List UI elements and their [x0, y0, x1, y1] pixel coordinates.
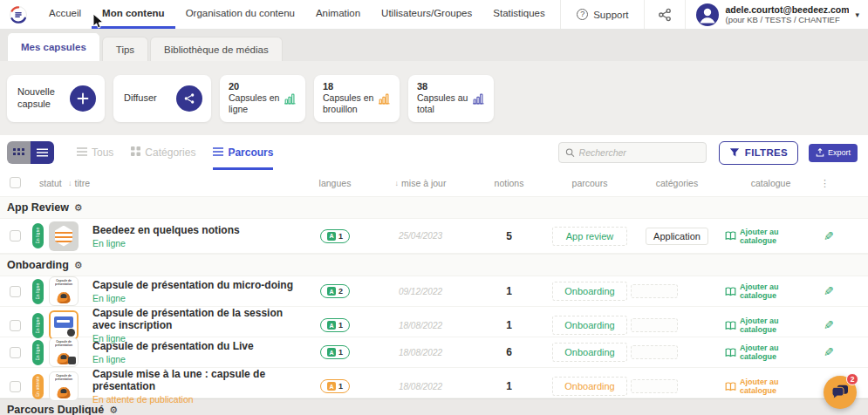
- capsule-thumbnail[interactable]: Capsule de présentation: [49, 337, 79, 367]
- parcours-badge[interactable]: Onboarding: [552, 282, 627, 301]
- capsule-title[interactable]: Capsule mise à la une : capsule de prése…: [92, 368, 297, 392]
- nav-item-organisation-du-contenu[interactable]: Organisation du contenu: [175, 0, 305, 29]
- org-share-icon[interactable]: [645, 0, 686, 29]
- edit-pencil-icon[interactable]: ✎: [824, 345, 834, 359]
- col-statut[interactable]: statut: [26, 178, 68, 188]
- edit-pencil-icon[interactable]: ✎: [824, 229, 834, 243]
- row-checkbox[interactable]: [10, 320, 21, 331]
- filter-tab-tous[interactable]: Tous: [77, 135, 113, 170]
- filter-tab-categories[interactable]: Catégories: [131, 135, 195, 170]
- col-langues[interactable]: langues: [297, 178, 373, 188]
- capsule-thumbnail[interactable]: Capsule de présentation: [49, 276, 79, 306]
- category-empty-box[interactable]: [631, 318, 678, 332]
- list-view-button[interactable]: [31, 141, 54, 164]
- stat-label: Capsules en ligne: [229, 92, 283, 115]
- table-row[interactable]: En ligne Capsule de présentation Capsule…: [0, 276, 868, 307]
- col-parcours[interactable]: parcours: [550, 178, 629, 188]
- category-empty-box[interactable]: [631, 284, 678, 298]
- capsule-title[interactable]: Capsule de présentation du micro-doing: [92, 279, 293, 291]
- col-titre[interactable]: ↓titre: [68, 178, 297, 188]
- add-to-catalog-button[interactable]: Ajouter au catalogue: [725, 378, 817, 395]
- translate-icon: A: [327, 287, 336, 296]
- parcours-badge[interactable]: Onboarding: [552, 343, 627, 362]
- capsule-title[interactable]: Beedeez en quelques notions: [92, 224, 240, 236]
- row-checkbox[interactable]: [10, 230, 21, 242]
- col-mise-a-jour[interactable]: ↓mise à jour: [373, 178, 468, 188]
- nav-item-animation[interactable]: Animation: [305, 0, 371, 29]
- thumbnail-caption: Capsule de présentation: [50, 340, 78, 347]
- row-checkbox[interactable]: [10, 347, 21, 358]
- languages-count: 1: [338, 382, 343, 391]
- add-to-catalog-button[interactable]: Ajouter au catalogue: [725, 228, 817, 245]
- filters-button[interactable]: FILTRES: [719, 141, 798, 165]
- table-row[interactable]: En ligne Beedeez en quelques notions En …: [0, 219, 868, 254]
- nouvelle-capsule-card[interactable]: Nouvelle capsule: [7, 75, 105, 122]
- table-row[interactable]: En attente Capsule de présentation Capsu…: [0, 368, 868, 398]
- capsule-thumbnail[interactable]: Capsule de présentation: [49, 371, 79, 401]
- support-button[interactable]: ? Support: [560, 0, 645, 29]
- parcours-badge[interactable]: Onboarding: [552, 316, 627, 335]
- add-to-catalog-button[interactable]: Ajouter au catalogue: [725, 316, 817, 334]
- gear-icon[interactable]: ⚙: [74, 260, 83, 271]
- diffuser-card[interactable]: Diffuser: [113, 75, 211, 122]
- category-empty-box[interactable]: [631, 379, 678, 393]
- tab-bibliotheque-de-medias[interactable]: Bibliothèque de médias: [150, 37, 283, 61]
- row-checkbox[interactable]: [10, 286, 21, 297]
- nav-item-utilisateurs-groupes[interactable]: Utilisateurs/Groupes: [371, 0, 482, 29]
- languages-badge[interactable]: A 1: [320, 379, 350, 393]
- category-empty-box[interactable]: [631, 345, 678, 359]
- user-menu[interactable]: adele.courtot@beedeez.com (pour KB / TES…: [686, 0, 868, 29]
- tab-mes-capsules[interactable]: Mes capsules: [7, 32, 100, 61]
- export-button[interactable]: Export: [809, 144, 858, 162]
- col-catalogue[interactable]: catalogue: [725, 178, 817, 188]
- status-pill-label: En attente: [36, 376, 40, 397]
- column-options-icon[interactable]: ⋮: [817, 178, 868, 189]
- list-toolbar: Tous Catégories Parcours FILTRES Export: [0, 135, 868, 170]
- capsule-title[interactable]: Capsule de présentation de la session av…: [92, 307, 297, 331]
- languages-badge[interactable]: A 1: [320, 345, 350, 359]
- add-to-catalog-button[interactable]: Ajouter au catalogue: [725, 344, 817, 361]
- parcours-badge[interactable]: App review: [552, 227, 627, 246]
- stat-card-capsules-au-total[interactable]: 38 Capsules au total: [408, 75, 494, 122]
- capsule-status: En ligne: [92, 354, 126, 364]
- grid-view-button[interactable]: [7, 141, 31, 164]
- add-to-catalog-button[interactable]: Ajouter au catalogue: [725, 282, 817, 300]
- table-row[interactable]: En ligne Capsule de présentation de la s…: [0, 307, 868, 337]
- capsule-thumbnail[interactable]: [49, 221, 79, 251]
- nav-item-statistiques[interactable]: Statistiques: [482, 0, 555, 29]
- beedeez-logo[interactable]: [9, 0, 28, 29]
- status-pill-label: En ligne: [36, 283, 40, 300]
- tab-tips[interactable]: Tips: [102, 37, 148, 61]
- search-input[interactable]: [579, 147, 700, 158]
- col-notions[interactable]: notions: [468, 178, 550, 188]
- languages-count: 1: [338, 321, 343, 330]
- grid-icon: [13, 148, 24, 157]
- edit-pencil-icon[interactable]: ✎: [824, 318, 834, 332]
- nav-item-mon-contenu[interactable]: Mon contenu: [92, 0, 175, 29]
- table-row[interactable]: En ligne Capsule de présentation Capsule…: [0, 337, 868, 368]
- nav-item-accueil[interactable]: Accueil: [38, 0, 92, 29]
- chevron-down-icon: ▾: [855, 10, 859, 19]
- gear-icon[interactable]: ⚙: [74, 202, 83, 214]
- languages-badge[interactable]: A 1: [320, 318, 350, 332]
- languages-badge[interactable]: A 1: [320, 229, 350, 243]
- row-checkbox[interactable]: [10, 381, 21, 392]
- parcours-badge[interactable]: Onboarding: [552, 377, 627, 396]
- export-label: Export: [828, 148, 851, 157]
- filter-tab-label: Catégories: [145, 146, 195, 159]
- select-all-checkbox[interactable]: [10, 177, 21, 188]
- gear-icon[interactable]: ⚙: [109, 405, 118, 415]
- languages-badge[interactable]: A 2: [320, 284, 350, 298]
- capsule-status: En ligne: [92, 293, 126, 303]
- view-toggle: [7, 141, 54, 164]
- capsule-thumbnail[interactable]: [49, 310, 79, 340]
- stat-card-capsules-en-brouillon[interactable]: 18 Capsules en brouillon: [314, 75, 400, 122]
- capsule-title[interactable]: Capsule de présentation du Live: [92, 340, 254, 352]
- category-badge[interactable]: Application: [646, 228, 708, 245]
- status-pill: En ligne: [32, 313, 44, 338]
- col-categories[interactable]: catégories: [629, 178, 725, 188]
- edit-pencil-icon[interactable]: ✎: [824, 284, 834, 298]
- stat-card-capsules-en-ligne[interactable]: 20 Capsules en ligne: [220, 75, 305, 122]
- filter-tab-parcours[interactable]: Parcours: [213, 135, 273, 170]
- chat-widget-button[interactable]: 2: [824, 376, 857, 409]
